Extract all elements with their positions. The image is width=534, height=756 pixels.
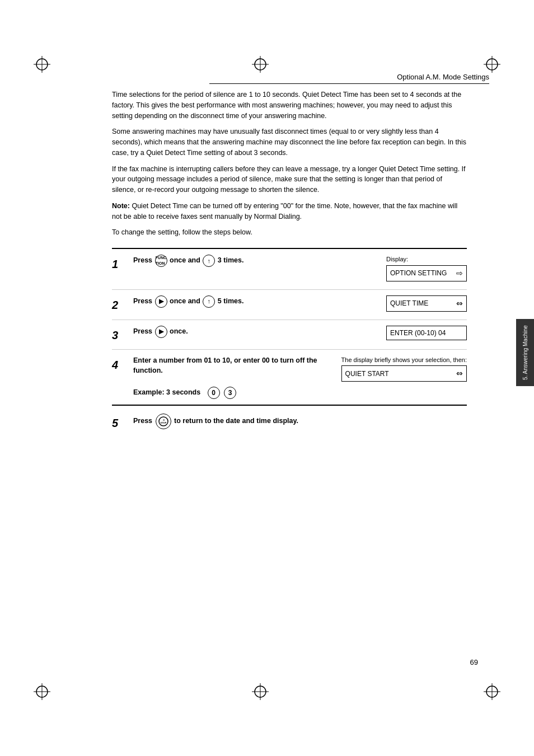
side-tab-text: 5. Answering Machine bbox=[522, 325, 529, 380]
reg-mark-bottom-mid bbox=[252, 683, 269, 700]
step-1-display-box: OPTION SETTING ⇨ bbox=[386, 265, 467, 281]
step-4-row: 4 Enter a number from 01 to 10, or enter… bbox=[112, 350, 467, 405]
step-4-number: 4 bbox=[112, 355, 129, 373]
reg-mark-top-mid bbox=[252, 56, 269, 73]
step-1-display-arrow: ⇨ bbox=[456, 267, 463, 279]
intro-para-1: Time selections for the period of silenc… bbox=[112, 90, 467, 121]
side-tab: 5. Answering Machine bbox=[516, 319, 534, 386]
step-3-display-text: ENTER (00-10) 04 bbox=[390, 328, 446, 338]
step-1-content: Press FUNCTION once and ↑ 3 times. bbox=[129, 255, 377, 267]
step-2-content: Press ▶ once and ↑ 5 times. bbox=[129, 295, 377, 308]
step-2-row: 2 Press ▶ once and ↑ 5 times. QUIET TIME… bbox=[112, 290, 467, 320]
step-3-content: Press ▶ once. bbox=[129, 326, 377, 338]
step-4-display-box: QUIET START ⇔ bbox=[341, 365, 467, 382]
step-4-content: Enter a number from 01 to 10, or enter 0… bbox=[129, 355, 332, 399]
up-arrow-button-2: ↑ bbox=[203, 295, 215, 308]
page-title: Optional A.M. Mode Settings bbox=[397, 73, 489, 81]
stop-button: ⊙ STOP bbox=[156, 414, 171, 429]
page-header: Optional A.M. Mode Settings bbox=[209, 73, 489, 84]
intro-para-4: Note: Quiet Detect Time can be turned of… bbox=[112, 201, 467, 222]
reg-mark-bottom-right bbox=[484, 683, 500, 700]
step-2-display: QUIET TIME ⇔ bbox=[377, 295, 467, 314]
step-2-display-text: QUIET TIME bbox=[390, 298, 428, 308]
step-5-content: Press ⊙ STOP to return to the date and t… bbox=[129, 414, 467, 429]
step-2-display-arrow: ⇔ bbox=[456, 298, 463, 309]
step-5-row: 5 Press ⊙ STOP to return to the date and… bbox=[112, 406, 467, 437]
step-3-number: 3 bbox=[112, 326, 129, 344]
enter-button-3: ▶ bbox=[155, 326, 167, 338]
key-0: 0 bbox=[208, 387, 220, 399]
reg-mark-top-right bbox=[484, 56, 500, 73]
main-content: Time selections for the period of silenc… bbox=[112, 90, 467, 437]
step-4-display-text: QUIET START bbox=[345, 369, 389, 379]
up-arrow-button: ↑ bbox=[203, 255, 215, 267]
step-2-number: 2 bbox=[112, 295, 129, 313]
step-5-number: 5 bbox=[112, 414, 129, 431]
steps-table: 1 Press FUNCTION once and ↑ 3 times. Dis… bbox=[112, 248, 467, 406]
note-bold: Note: bbox=[112, 202, 130, 210]
step-1-row: 1 Press FUNCTION once and ↑ 3 times. Dis… bbox=[112, 249, 467, 290]
enter-button-2: ▶ bbox=[155, 295, 167, 308]
step-1-display-label: Display: bbox=[386, 255, 467, 264]
svg-text:STOP: STOP bbox=[160, 421, 166, 424]
page-number: 69 bbox=[470, 658, 478, 666]
step-4-display-arrow: ⇔ bbox=[456, 368, 463, 379]
step-3-row: 3 Press ▶ once. ENTER (00-10) 04 bbox=[112, 320, 467, 350]
step-4-display: The display briefly shows your selection… bbox=[332, 355, 467, 384]
intro-para-2: Some answering machines may have unusual… bbox=[112, 126, 467, 158]
step-1-display: Display: OPTION SETTING ⇨ bbox=[377, 255, 467, 284]
step-1-number: 1 bbox=[112, 255, 129, 273]
step-2-display-box: QUIET TIME ⇔ bbox=[386, 295, 467, 312]
function-button: FUNCTION bbox=[155, 255, 167, 267]
reg-mark-top-left bbox=[34, 56, 50, 73]
intro-para-3: If the fax machine is interrupting calle… bbox=[112, 164, 467, 195]
intro-para-5: To change the setting, follow the steps … bbox=[112, 227, 467, 238]
reg-mark-bottom-left bbox=[34, 683, 50, 700]
step-4-display-label: The display briefly shows your selection… bbox=[341, 355, 467, 365]
step-1-display-text: OPTION SETTING bbox=[390, 268, 447, 278]
step-3-display-box: ENTER (00-10) 04 bbox=[386, 326, 467, 340]
key-3: 3 bbox=[224, 387, 236, 399]
step-3-display: ENTER (00-10) 04 bbox=[377, 326, 467, 342]
